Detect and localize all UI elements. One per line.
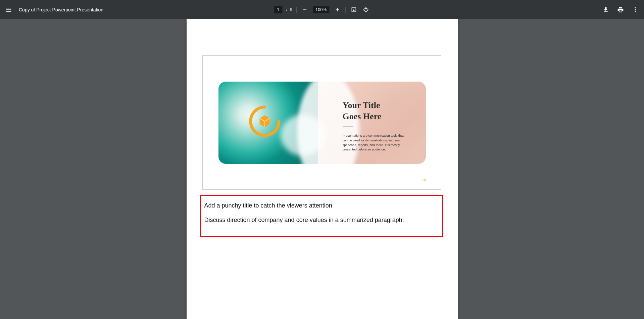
slide-title-line1: Your Title: [343, 100, 426, 111]
logo-icon: [249, 105, 281, 137]
rotate-button[interactable]: [362, 6, 370, 14]
slide-frame: Your Title Goes Here Presentations are c…: [202, 55, 441, 190]
speaker-notes-highlight: Add a punchy title to catch the viewers …: [200, 195, 443, 237]
zoom-in-button[interactable]: [333, 6, 341, 14]
slide-page-number: 01: [423, 178, 427, 182]
notes-line-2: Discuss direction of company and core va…: [204, 217, 439, 224]
document-title: Copy of Project Powerpoint Presentation: [19, 7, 103, 12]
pdf-toolbar: Copy of Project Powerpoint Presentation …: [0, 0, 644, 19]
page-total: / 9: [286, 7, 292, 12]
document-page: Your Title Goes Here Presentations are c…: [187, 19, 458, 319]
fit-page-button[interactable]: [350, 6, 358, 14]
divider: [296, 7, 297, 13]
svg-point-9: [635, 9, 636, 10]
slide-description: Presentations are communication tools th…: [343, 133, 406, 152]
print-button[interactable]: [616, 6, 625, 14]
slide-title-line2: Goes Here: [343, 111, 426, 122]
page-number-input[interactable]: [274, 6, 282, 13]
svg-point-8: [635, 7, 636, 8]
notes-line-1: Add a punchy title to catch the viewers …: [204, 202, 439, 209]
menu-icon[interactable]: [5, 6, 13, 14]
zoom-out-button[interactable]: [301, 6, 309, 14]
more-options-button[interactable]: [631, 6, 639, 14]
divider: [345, 7, 346, 13]
zoom-level: 100%: [313, 6, 329, 13]
download-button[interactable]: [602, 6, 610, 14]
svg-point-10: [635, 11, 636, 12]
page-total-value: 9: [290, 7, 292, 12]
hero-image: Your Title Goes Here Presentations are c…: [218, 82, 426, 164]
title-underline: [343, 127, 353, 127]
document-viewport[interactable]: Your Title Goes Here Presentations are c…: [0, 19, 644, 319]
